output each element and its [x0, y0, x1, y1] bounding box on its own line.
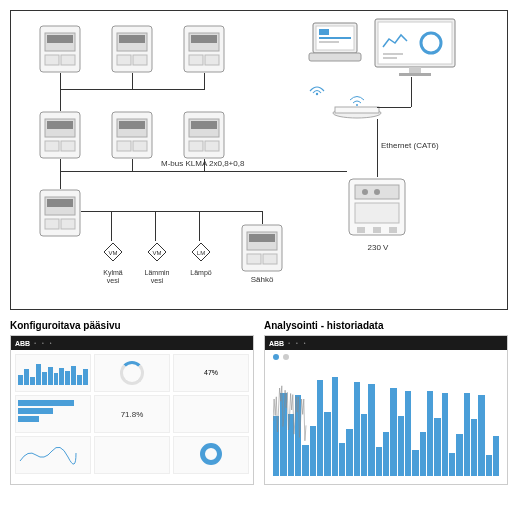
svg-rect-23: [133, 141, 147, 151]
svg-point-42: [362, 189, 368, 195]
svg-rect-45: [357, 227, 365, 233]
app-nav: •••: [288, 340, 305, 346]
svg-rect-32: [45, 219, 59, 229]
svg-rect-24: [119, 121, 145, 129]
app-header: ABB •••: [265, 336, 507, 350]
energy-meter: [39, 25, 81, 73]
energy-meter: [111, 111, 153, 159]
energy-meter: [39, 189, 81, 237]
voltage-label: 230 V: [363, 243, 393, 252]
sensor-vm-cold: VM Kylmä vesi: [99, 241, 127, 284]
gateway-device: [347, 177, 407, 237]
svg-text:LM: LM: [197, 250, 205, 256]
svg-text:VM: VM: [153, 250, 162, 256]
dash-card-donut: [173, 436, 249, 474]
svg-rect-51: [319, 29, 329, 35]
dash-card-empty: [173, 395, 249, 433]
svg-rect-56: [409, 67, 421, 73]
panel-title-dashboard: Konfiguroitava pääsivu: [10, 320, 254, 331]
svg-rect-38: [263, 254, 277, 264]
dashboard-screenshot: ABB ••• 47% 71.8%: [10, 335, 254, 485]
svg-rect-60: [383, 57, 397, 59]
monitor-icon: [371, 17, 459, 77]
svg-rect-2: [45, 55, 59, 65]
svg-rect-44: [355, 203, 399, 223]
svg-text:VM: VM: [109, 250, 118, 256]
svg-rect-13: [205, 55, 219, 65]
dash-card-hbars: [15, 395, 91, 433]
energy-meter: [183, 111, 225, 159]
dash-card-bars: [15, 354, 91, 392]
sensor-lm-heat: LM Lämpö: [187, 241, 215, 277]
energy-meter-sahko: [241, 224, 283, 272]
svg-rect-29: [191, 121, 217, 129]
mbus-label: M-bus KLMA 2x0,8+0,8: [161, 159, 281, 168]
svg-rect-22: [117, 141, 131, 151]
wifi-router-icon: [331, 93, 383, 119]
svg-point-43: [374, 189, 380, 195]
svg-rect-14: [191, 35, 217, 43]
svg-rect-46: [373, 227, 381, 233]
svg-rect-3: [61, 55, 75, 65]
svg-rect-27: [189, 141, 203, 151]
energy-meter: [183, 25, 225, 73]
app-nav: •••: [34, 340, 51, 346]
energy-meter: [39, 111, 81, 159]
svg-rect-39: [249, 234, 275, 242]
analysis-screenshot: ABB •••: [264, 335, 508, 485]
laptop-icon: [307, 21, 363, 63]
svg-rect-34: [47, 199, 73, 207]
svg-rect-62: [335, 107, 379, 113]
dash-card-line: [15, 436, 91, 474]
dash-card-gauge2: 47%: [173, 354, 249, 392]
dash-card-empty2: [94, 436, 170, 474]
dash-card-number: 71.8%: [94, 395, 170, 433]
svg-rect-17: [45, 141, 59, 151]
ethernet-label: Ethernet (CAT6): [381, 141, 461, 150]
chart-filter-bar: [265, 350, 507, 364]
app-header: ABB •••: [11, 336, 253, 350]
svg-rect-37: [247, 254, 261, 264]
panel-title-analysis: Analysointi - historiadata: [264, 320, 508, 331]
energy-meter: [111, 25, 153, 73]
svg-rect-59: [383, 53, 403, 55]
system-topology-diagram: Sähkö 230 V VM Kylmä vesi VM Lämmin vesi…: [10, 10, 508, 310]
svg-rect-50: [309, 53, 361, 61]
dash-card-gauge: [94, 354, 170, 392]
svg-rect-18: [61, 141, 75, 151]
svg-rect-12: [189, 55, 203, 65]
svg-rect-53: [319, 41, 339, 43]
sensor-label: Lämpö: [187, 269, 215, 277]
svg-rect-28: [205, 141, 219, 151]
svg-point-64: [316, 93, 318, 95]
sahko-label: Sähkö: [241, 275, 283, 284]
sensor-vm-warm: VM Lämmin vesi: [143, 241, 171, 284]
svg-rect-7: [117, 55, 131, 65]
svg-rect-33: [61, 219, 75, 229]
sensor-label: Lämmin vesi: [143, 269, 171, 284]
history-bar-chart: [265, 364, 507, 484]
app-logo: ABB: [269, 340, 284, 347]
app-logo: ABB: [15, 340, 30, 347]
svg-rect-8: [133, 55, 147, 65]
svg-rect-47: [389, 227, 397, 233]
svg-rect-52: [319, 37, 351, 39]
svg-rect-19: [47, 121, 73, 129]
svg-rect-4: [47, 35, 73, 43]
svg-point-63: [356, 104, 358, 106]
svg-rect-57: [399, 73, 431, 76]
svg-rect-9: [119, 35, 145, 43]
sensor-label: Kylmä vesi: [99, 269, 127, 284]
wifi-signal-icon: [307, 77, 327, 97]
